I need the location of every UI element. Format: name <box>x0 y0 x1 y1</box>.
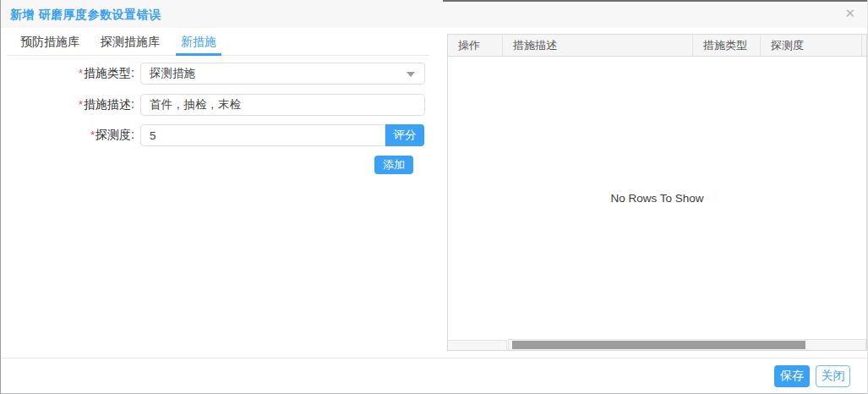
required-mark: * <box>79 67 83 79</box>
table-empty-state: No Rows To Show <box>448 57 866 339</box>
tab-detection-library[interactable]: 探测措施库 <box>96 31 165 56</box>
dialog-footer: 保存 关闭 <box>1 358 867 393</box>
save-button[interactable]: 保存 <box>774 365 810 387</box>
horizontal-scrollbar-thumb[interactable] <box>512 341 805 349</box>
no-rows-text: No Rows To Show <box>610 192 703 205</box>
measure-desc-label-text: 措施描述: <box>84 97 134 111</box>
detection-degree-label: *探测度: <box>1 128 134 143</box>
column-header-operation[interactable]: 操作 <box>448 35 503 56</box>
close-button[interactable]: 关闭 <box>816 365 850 387</box>
table-header-row: 操作 措施描述 措施类型 探测度 <box>448 35 866 57</box>
column-header-filler <box>862 35 866 56</box>
required-mark: * <box>90 129 95 141</box>
measure-type-label: *措施类型: <box>1 66 134 81</box>
score-button[interactable]: 评分 <box>385 124 424 146</box>
dialog-title: 新增 研磨厚度参数设置错误 <box>10 8 161 21</box>
window-edge-artifact <box>443 0 868 2</box>
add-measure-dialog: 新增 研磨厚度参数设置错误 ✕ 预防措施库 探测措施库 新措施 *措施类型: 探… <box>0 0 868 394</box>
measure-desc-input[interactable] <box>140 94 425 116</box>
measures-table: 操作 措施描述 措施类型 探测度 No Rows To Show <box>447 34 867 351</box>
column-header-measure-type[interactable]: 措施类型 <box>693 35 761 56</box>
pinned-column-scroll-spacer <box>448 340 507 350</box>
horizontal-scrollbar[interactable] <box>508 339 866 350</box>
measure-desc-row: *措施描述: <box>1 94 425 116</box>
measure-type-label-text: 措施类型: <box>84 66 134 79</box>
column-header-detection-degree[interactable]: 探测度 <box>761 35 862 56</box>
required-mark: * <box>79 98 83 111</box>
tab-prevention-library[interactable]: 预防措施库 <box>15 31 85 56</box>
column-header-measure-desc[interactable]: 措施描述 <box>503 35 693 56</box>
detection-degree-row: *探测度: 评分 <box>1 124 424 146</box>
detection-degree-label-text: 探测度: <box>96 128 134 141</box>
measure-type-select[interactable]: 探测措施 <box>140 63 425 85</box>
tab-new-measure[interactable]: 新措施 <box>176 31 221 56</box>
add-button[interactable]: 添加 <box>374 156 413 174</box>
measure-type-value: 探测措施 <box>150 67 195 79</box>
tab-bar: 预防措施库 探测措施库 新措施 <box>8 31 429 56</box>
chevron-down-icon <box>407 72 415 77</box>
measure-desc-label: *措施描述: <box>1 97 134 112</box>
close-icon[interactable]: ✕ <box>843 0 857 28</box>
detection-degree-input[interactable] <box>140 124 385 146</box>
measure-type-row: *措施类型: 探测措施 <box>1 63 425 85</box>
dialog-titlebar: 新增 研磨厚度参数设置错误 ✕ <box>1 0 867 28</box>
